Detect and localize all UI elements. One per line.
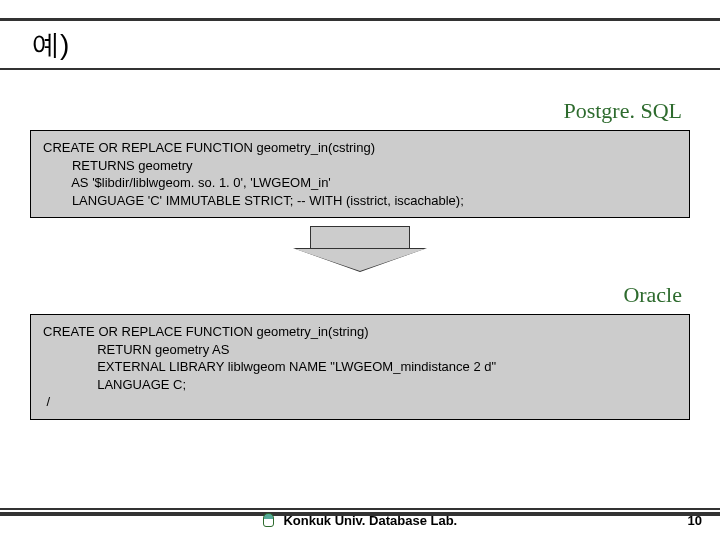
university-logo-icon [263, 513, 274, 527]
footer-text: Konkuk Univ. Database Lab. [283, 513, 457, 528]
slide-title: 예) [0, 21, 720, 68]
arrow-down-icon [30, 226, 690, 272]
page-number: 10 [688, 513, 702, 528]
code-oracle: CREATE OR REPLACE FUNCTION geometry_in(s… [30, 314, 690, 420]
label-oracle: Oracle [30, 282, 682, 308]
code-postgresql: CREATE OR REPLACE FUNCTION geometry_in(c… [30, 130, 690, 218]
slide-footer: Konkuk Univ. Database Lab. 10 [0, 508, 720, 540]
label-postgresql: Postgre. SQL [30, 98, 682, 124]
slide-content: Postgre. SQL CREATE OR REPLACE FUNCTION … [0, 70, 720, 420]
